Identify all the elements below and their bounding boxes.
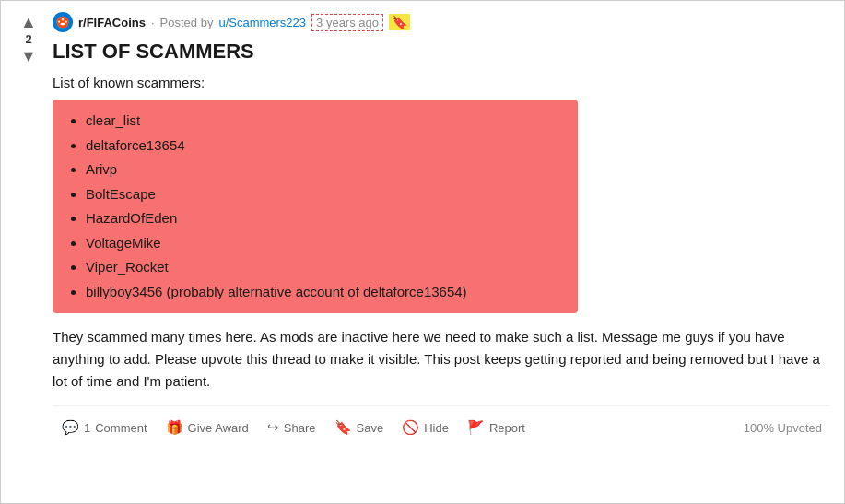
bookmark-icon[interactable]: 🔖 [389, 14, 410, 30]
subreddit-icon [53, 12, 73, 32]
action-bar: 💬 1 Comment 🎁 Give Award ↪ Share 🔖 Save [53, 405, 829, 451]
report-label: Report [489, 421, 525, 435]
list-item: deltaforce13654 [86, 135, 563, 157]
vote-count: 2 [25, 32, 31, 46]
subreddit-name[interactable]: r/FIFACoins [78, 16, 146, 29]
upvote-percent: 100% Upvoted [744, 421, 829, 435]
award-icon: 🎁 [166, 419, 183, 436]
list-item: BoltEscape [86, 184, 563, 205]
post-body-text: They scammed many times here. As mods ar… [53, 326, 829, 393]
vote-column: ▲ 2 ▼ [12, 12, 45, 451]
downvote-button[interactable]: ▼ [20, 48, 37, 64]
scammers-list: clear_listdeltaforce13654ArivpBoltEscape… [67, 111, 563, 302]
upvote-button[interactable]: ▲ [20, 14, 37, 30]
scammers-list-box: clear_listdeltaforce13654ArivpBoltEscape… [53, 100, 578, 313]
header-separator: · [151, 16, 155, 29]
comment-icon: 💬 [62, 419, 79, 436]
username[interactable]: u/Scammers223 [218, 16, 306, 29]
list-item: Arivp [86, 159, 563, 181]
post-title: LIST OF SCAMMERS [53, 40, 829, 64]
post-outer-wrapper: ▲ 2 ▼ r/FIFACoins · Posted by u/Scammers… [0, 0, 845, 504]
list-item: billyboy3456 (probably alternative accou… [86, 282, 563, 303]
save-icon: 🔖 [334, 419, 352, 436]
comment-count: 1 [84, 421, 90, 435]
post-container: ▲ 2 ▼ r/FIFACoins · Posted by u/Scammers… [1, 1, 844, 451]
list-item: clear_list [86, 111, 563, 132]
comment-button[interactable]: 💬 1 Comment [53, 414, 157, 441]
post-intro: List of known scammers: [53, 75, 829, 90]
list-item: HazardOfEden [86, 208, 563, 229]
post-timestamp: 3 years ago [311, 14, 383, 31]
give-award-label: Give Award [188, 421, 249, 435]
save-button[interactable]: 🔖 Save [325, 414, 393, 441]
list-item: Viper_Rocket [86, 257, 563, 278]
posted-by-label: Posted by [160, 16, 214, 29]
share-button[interactable]: ↪ Share [258, 414, 325, 441]
post-content: r/FIFACoins · Posted by u/Scammers223 3 … [45, 12, 829, 451]
post-header: r/FIFACoins · Posted by u/Scammers223 3 … [53, 12, 829, 32]
give-award-button[interactable]: 🎁 Give Award [157, 414, 258, 441]
hide-button[interactable]: 🚫 Hide [393, 414, 458, 441]
share-icon: ↪ [267, 419, 279, 436]
list-item: VoltageMike [86, 233, 563, 254]
comment-label: Comment [95, 421, 147, 435]
hide-label: Hide [424, 421, 449, 435]
share-label: Share [284, 421, 316, 435]
report-icon: 🚩 [467, 419, 485, 436]
save-label: Save [357, 421, 384, 435]
report-button[interactable]: 🚩 Report [458, 414, 534, 441]
hide-icon: 🚫 [402, 419, 419, 436]
